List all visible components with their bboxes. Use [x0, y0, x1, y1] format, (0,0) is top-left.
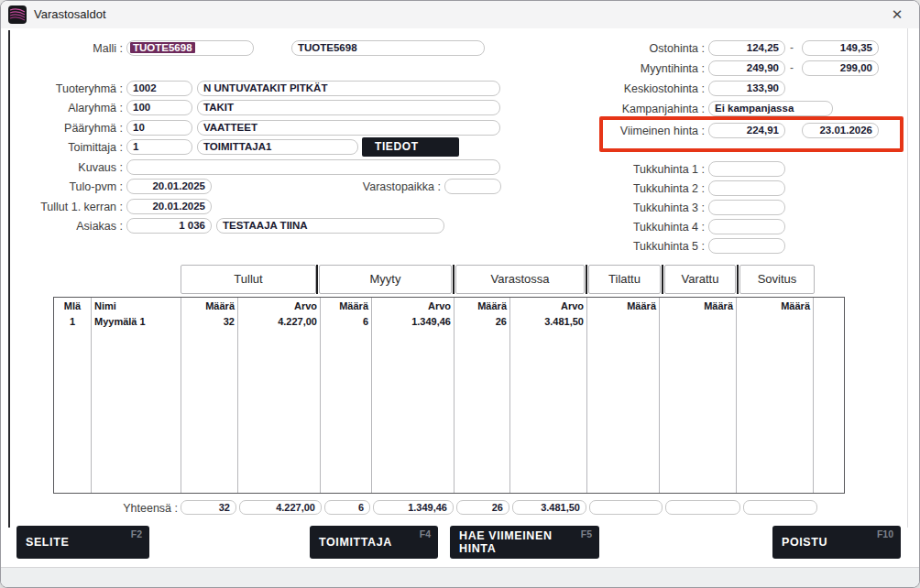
- tulo-pvm-field[interactable]: 20.01.2025: [126, 179, 212, 194]
- tukkuhinta-4-field[interactable]: [708, 219, 785, 234]
- table-gridline: [371, 298, 372, 493]
- group-divider: [316, 265, 318, 294]
- myyntihinta-max-field[interactable]: 299,00: [802, 60, 879, 76]
- malli-name-field[interactable]: TUOTE5698: [291, 40, 485, 56]
- tullut-1-kerran-field[interactable]: 20.01.2025: [126, 199, 212, 214]
- asiakas-name-field[interactable]: TESTAAJA TIINA: [216, 218, 444, 234]
- col-header-maara-myyty: Määrä: [322, 299, 368, 312]
- group-header-tullut: Tullut: [181, 265, 316, 294]
- col-header-nimi: Nimi: [94, 299, 177, 312]
- kampanjahinta-field[interactable]: Ei kampanjassa: [708, 101, 833, 116]
- group-divider: [662, 265, 663, 294]
- paaryhma-name-field[interactable]: VAATTEET: [197, 120, 500, 136]
- asiakas-label: Asiakas :: [1, 219, 123, 234]
- col-header-mla: Mlä: [54, 299, 91, 312]
- table-row-cell[interactable]: 1.349,46: [375, 315, 451, 328]
- kuvaus-label: Kuvaus :: [1, 160, 123, 175]
- table-gridline: [509, 298, 510, 493]
- keskiostohinta-field[interactable]: 133,90: [708, 81, 785, 96]
- selite-button[interactable]: SELITE F2: [16, 526, 149, 559]
- ostohinta-dash: -: [790, 41, 794, 54]
- table-gridline: [454, 298, 455, 493]
- close-icon[interactable]: ✕: [888, 5, 906, 24]
- viimeinen-hinta-price-field[interactable]: 224,91: [708, 123, 785, 138]
- paaryhma-code-field[interactable]: 10: [126, 120, 192, 136]
- col-header-maara-tullut: Määrä: [182, 299, 235, 312]
- viimeinen-hinta-date-field[interactable]: 23.01.2026: [802, 123, 879, 138]
- keskiostohinta-label: Keskiostohinta :: [514, 82, 705, 96]
- group-divider: [586, 265, 587, 294]
- status-bar: [1, 567, 919, 587]
- tukkuhinta-4-label: Tukkuhinta 4 :: [514, 220, 705, 234]
- table-row-cell[interactable]: 6: [322, 315, 368, 328]
- stock-table[interactable]: Mlä Nimi Määrä Arvo Määrä Arvo Määrä Arv…: [53, 297, 845, 494]
- table-row-cell[interactable]: 26: [457, 315, 507, 328]
- table-gridline: [813, 298, 814, 493]
- toimittaja-button-label: TOIMITTAJA: [319, 536, 392, 549]
- malli-selected-text: TUOTE5698: [130, 42, 195, 53]
- tukkuhinta-3-field[interactable]: [708, 200, 785, 215]
- alaryhma-label: Alaryhmä :: [1, 101, 123, 115]
- toimittaja-name-field[interactable]: TOIMITTAJA1: [197, 139, 358, 155]
- viimeinen-hinta-label: Viimeinen hinta :: [514, 124, 705, 138]
- kuvaus-field[interactable]: [126, 159, 500, 175]
- tuoteryhma-name-field[interactable]: N UNTUVATAKIT PITKÄT: [197, 81, 500, 96]
- table-row-cell-nimi[interactable]: Myymälä 1: [94, 315, 177, 328]
- group-header-myyty: Myyty: [319, 265, 452, 294]
- hae-viimeinen-hinta-fkey-label: F5: [581, 528, 592, 539]
- tuoteryhma-code-field[interactable]: 1002: [126, 81, 192, 96]
- myyntihinta-min-field[interactable]: 249,90: [708, 60, 785, 76]
- title-bar: Varastosaldot ✕: [1, 1, 919, 28]
- main-content: Malli : TUOTE5698 TUOTE5698 Tuoteryhmä :…: [1, 28, 919, 567]
- group-header-tilattu: Tilattu: [588, 265, 661, 294]
- table-row-cell-mla[interactable]: 1: [54, 315, 91, 328]
- poistu-button[interactable]: POISTU F10: [772, 526, 901, 559]
- tukkuhinta-3-label: Tukkuhinta 3 :: [514, 201, 705, 215]
- tiedot-button[interactable]: TIEDOT: [362, 137, 459, 157]
- table-gridline: [320, 298, 321, 493]
- group-header-varattu: Varattu: [664, 265, 736, 294]
- myyntihinta-dash: -: [790, 61, 794, 74]
- hae-viimeinen-hinta-button[interactable]: HAE VIIMEINEN HINTA F5: [450, 526, 599, 559]
- hae-viimeinen-hinta-button-label: HAE VIIMEINEN HINTA: [459, 529, 553, 555]
- table-row-cell[interactable]: 3.481,50: [513, 315, 584, 328]
- tulo-pvm-label: Tulo-pvm :: [1, 180, 123, 194]
- tukkuhinta-5-field[interactable]: [708, 238, 785, 254]
- total-sovitus-maara: [743, 500, 817, 515]
- toimittaja-label: Toimittaja :: [1, 140, 123, 155]
- malli-label: Malli :: [1, 41, 123, 56]
- poistu-fkey-label: F10: [877, 528, 893, 539]
- table-gridline: [736, 298, 737, 493]
- toimittaja-code-field[interactable]: 1: [126, 139, 192, 155]
- col-header-maara-varattu: Määrä: [663, 299, 733, 312]
- col-header-maara-tilattu: Määrä: [590, 299, 656, 312]
- malli-input[interactable]: TUOTE5698: [126, 40, 254, 56]
- table-gridline: [237, 298, 238, 493]
- alaryhma-code-field[interactable]: 100: [126, 100, 192, 115]
- tukkuhinta-1-field[interactable]: [708, 161, 785, 177]
- group-header-varastossa: Varastossa: [455, 265, 585, 294]
- table-row-cell[interactable]: 32: [182, 315, 235, 328]
- ostohinta-label: Ostohinta :: [514, 41, 705, 56]
- asiakas-code-field[interactable]: 1 036: [126, 218, 212, 234]
- group-divider: [453, 265, 455, 294]
- total-myyty-arvo: 1.349,46: [373, 500, 454, 515]
- table-gridline: [586, 298, 587, 493]
- paaryhma-label: Pääryhmä :: [1, 121, 123, 136]
- total-tilattu-maara: [589, 500, 663, 515]
- selite-fkey-label: F2: [131, 528, 142, 539]
- alaryhma-name-field[interactable]: TAKIT: [197, 100, 500, 115]
- varastosaldot-window: Varastosaldot ✕ Malli : TUOTE5698 TUOTE5…: [0, 0, 920, 588]
- ostohinta-min-field[interactable]: 124,25: [708, 40, 785, 56]
- total-varastossa-maara: 26: [456, 500, 509, 515]
- group-divider: [737, 265, 739, 294]
- tuoteryhma-label: Tuoteryhmä :: [1, 82, 123, 96]
- varastopaikka-field[interactable]: [444, 179, 501, 194]
- toimittaja-button[interactable]: TOIMITTAJA F4: [310, 526, 438, 559]
- ostohinta-max-field[interactable]: 149,35: [802, 40, 879, 56]
- table-row-cell[interactable]: 4.227,00: [241, 315, 317, 328]
- total-myyty-maara: 6: [324, 500, 370, 515]
- total-varattu-maara: [665, 500, 740, 515]
- tukkuhinta-2-field[interactable]: [708, 180, 785, 196]
- yhteensa-label: Yhteensä :: [1, 501, 178, 516]
